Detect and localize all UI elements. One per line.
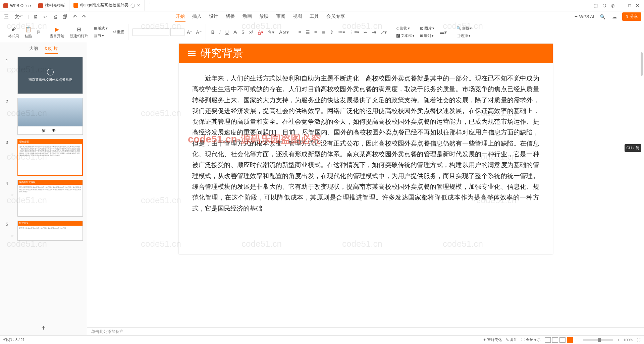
tab-insert[interactable]: 插入 bbox=[192, 11, 202, 22]
justify-icon[interactable]: ≣ bbox=[320, 29, 327, 36]
notes-input[interactable]: 单击此处添加备注 bbox=[87, 327, 644, 335]
tab-view[interactable]: 视图 bbox=[292, 11, 303, 22]
align-right-icon[interactable]: ≡ bbox=[313, 29, 318, 36]
text-direction-icon[interactable]: ⤢▾ bbox=[379, 29, 388, 36]
strikethrough-icon[interactable]: S bbox=[240, 29, 246, 36]
slide-thumb-5[interactable]: 研究意义 研究意义文本内容文本内容文本内容文本内容文本内容文本内容 bbox=[17, 221, 83, 241]
tab-start[interactable]: 开始 bbox=[175, 11, 185, 22]
star-icon[interactable]: ☆ bbox=[11, 139, 15, 156]
side-tab-outline[interactable]: 大纲 bbox=[29, 46, 38, 54]
highlight-icon[interactable]: ✎▾ bbox=[267, 29, 276, 36]
undo-icon[interactable]: ↶ bbox=[71, 13, 78, 20]
strike-icon[interactable]: A̶ bbox=[232, 29, 238, 36]
minimize-icon[interactable]: — bbox=[619, 3, 624, 8]
scroll-thumb[interactable] bbox=[641, 52, 643, 76]
shape-button[interactable]: ◇ 形状 ▾ bbox=[395, 25, 416, 32]
hamburger-icon[interactable]: 三 bbox=[3, 13, 10, 20]
slide-thumb-1[interactable]: 南京某高校校园外卖点餐系统 bbox=[17, 57, 83, 94]
preview-icon[interactable]: 🗐 bbox=[61, 13, 69, 20]
tab-design[interactable]: 设计 bbox=[208, 11, 219, 22]
textbox-button[interactable]: 🅰 文本框 ▾ bbox=[395, 33, 416, 39]
view-slideshow-icon[interactable] bbox=[567, 337, 573, 343]
select-button[interactable]: ⬚ 选择 ▾ bbox=[455, 33, 473, 39]
tab-member[interactable]: 会员专享 bbox=[326, 11, 346, 22]
bullets-icon[interactable]: ≔▾ bbox=[337, 29, 346, 36]
vertical-scrollbar[interactable] bbox=[640, 42, 643, 325]
align-center-icon[interactable]: ☰ bbox=[304, 29, 311, 36]
search-icon[interactable]: 🔍 bbox=[598, 13, 607, 20]
smart-beautify-button[interactable]: ✦ 智能美化 bbox=[483, 337, 502, 342]
tab-transition[interactable]: 切换 bbox=[225, 11, 236, 22]
close-tab-icon[interactable]: ✕ bbox=[137, 3, 140, 8]
thumbnail-list[interactable]: 1 ☆ 南京某高校校园外卖点餐系统 2 ☆ 摘 要 3 ☆ 研究 bbox=[0, 56, 87, 321]
doc-tab-template[interactable]: 找稻壳模板 bbox=[34, 0, 69, 11]
file-menu[interactable]: 文件 bbox=[13, 12, 25, 21]
print-icon[interactable]: 🖨 bbox=[51, 13, 59, 20]
add-slide-button[interactable]: + bbox=[42, 324, 46, 332]
add-tab-button[interactable]: + bbox=[145, 0, 156, 11]
indent-dec-icon[interactable]: ⇤ bbox=[362, 29, 369, 36]
cloud-icon[interactable]: ☁ bbox=[611, 13, 618, 20]
tab-review[interactable]: 审阅 bbox=[275, 11, 286, 22]
share-button[interactable]: ⇪ 分享 bbox=[622, 12, 641, 21]
font-size-input[interactable] bbox=[170, 28, 184, 36]
side-tab-slides[interactable]: 幻灯片 bbox=[45, 46, 58, 54]
font-family-input[interactable] bbox=[132, 28, 169, 36]
zoom-percent[interactable]: 100% bbox=[624, 338, 633, 342]
wps-ai-button[interactable]: ✦ WPS AI bbox=[574, 14, 594, 19]
star-icon[interactable]: ☆ bbox=[11, 57, 15, 74]
zoom-slider[interactable] bbox=[583, 339, 613, 341]
indent-inc-icon[interactable]: ⇥ bbox=[371, 29, 377, 36]
copy-icon[interactable]: ⎘ bbox=[36, 29, 41, 36]
export-icon[interactable]: ↩ bbox=[42, 13, 49, 20]
fullscreen-button[interactable]: ⛶ 全屏显示 bbox=[521, 337, 541, 342]
layout-button[interactable]: ▦ 版式 ▾ bbox=[92, 25, 109, 32]
redo-icon[interactable]: ↷ bbox=[81, 13, 88, 20]
format-painter-button[interactable]: 🖌 格式刷 bbox=[7, 25, 20, 39]
star-icon[interactable]: ☆ bbox=[11, 180, 15, 197]
superscript-icon[interactable]: x² bbox=[248, 29, 255, 36]
decrease-font-icon[interactable]: A⁻ bbox=[195, 29, 203, 36]
clear-format-icon[interactable]: A⊘▾ bbox=[278, 29, 290, 36]
close-icon[interactable]: ✕ bbox=[636, 3, 639, 8]
italic-icon[interactable]: I bbox=[218, 29, 222, 36]
pin-icon[interactable]: ◯ bbox=[130, 3, 135, 8]
zoom-in-icon[interactable]: + bbox=[617, 338, 619, 342]
new-slide-button[interactable]: ⊞ 新建幻灯片 bbox=[68, 25, 90, 39]
numbering-icon[interactable]: ⋮≡▾ bbox=[348, 29, 361, 36]
increase-font-icon[interactable]: A⁺ bbox=[185, 29, 194, 36]
win-btn-3-icon[interactable]: ◎ bbox=[611, 3, 614, 8]
notes-button[interactable]: ✎ 备注 bbox=[506, 337, 517, 342]
star-icon[interactable]: ☆ bbox=[11, 98, 15, 115]
slide-thumb-2[interactable]: 摘 要 bbox=[17, 98, 83, 135]
from-current-button[interactable]: ▶ 当目开始 bbox=[48, 25, 66, 39]
slide-body-text[interactable]: 近年来，人们的生活方式以便利和自助为主题不断进化。高校校园外卖点餐就是其中的一部… bbox=[179, 63, 553, 224]
tab-slideshow[interactable]: 放映 bbox=[259, 11, 269, 22]
zoom-handle[interactable] bbox=[598, 338, 601, 342]
save-icon[interactable]: 🖺 bbox=[32, 13, 39, 20]
section-button[interactable]: ▤ 节 ▾ bbox=[92, 33, 109, 39]
slide-canvas[interactable]: 研究背景 近年来，人们的生活方式以便利和自助为主题不断进化。高校校园外卖点餐就是… bbox=[179, 44, 553, 254]
slide-thumb-3[interactable]: 研究背景 近年来人们的生活方式以便利和自助为主题不断进化高校校园外卖点餐就是其中… bbox=[17, 139, 83, 176]
slide-thumb-4[interactable]: 国内外研究现状 国内外研究现状文本内容文本内容文本内容文本内容文本内容文本内容文… bbox=[17, 180, 83, 217]
underline-icon[interactable]: U bbox=[224, 29, 230, 36]
tab-tools[interactable]: 工具 bbox=[309, 11, 320, 22]
lang-indicator[interactable]: CH ♪ 简 bbox=[625, 144, 642, 152]
fit-icon[interactable]: ⛶ bbox=[637, 338, 641, 342]
line-spacing-icon[interactable]: ⇕ bbox=[328, 29, 335, 36]
bold-icon[interactable]: B bbox=[210, 29, 216, 36]
win-btn-1-icon[interactable]: ⬚ bbox=[594, 3, 598, 8]
picture-button[interactable]: 🖼 图片 ▾ bbox=[419, 25, 436, 32]
align-left-icon[interactable]: ≡ bbox=[297, 29, 303, 36]
win-btn-2-icon[interactable]: ⬡ bbox=[602, 3, 606, 8]
maximize-icon[interactable]: □ bbox=[628, 3, 631, 8]
view-normal-icon[interactable] bbox=[545, 337, 551, 343]
paste-button[interactable]: 📋 粘贴 bbox=[23, 25, 33, 39]
zoom-out-icon[interactable]: − bbox=[577, 338, 579, 342]
doc-tab-current[interactable]: django南京某高校校园外卖 ◯ ✕ bbox=[69, 0, 145, 11]
tab-animation[interactable]: 动画 bbox=[242, 11, 253, 22]
reset-button[interactable]: ↺ 重置 bbox=[112, 29, 125, 35]
font-color-icon[interactable]: A▾ bbox=[257, 29, 265, 36]
star-icon[interactable]: ☆ bbox=[11, 221, 15, 238]
canvas-scroll[interactable]: 研究背景 近年来，人们的生活方式以便利和自助为主题不断进化。高校校园外卖点餐就是… bbox=[87, 42, 644, 327]
